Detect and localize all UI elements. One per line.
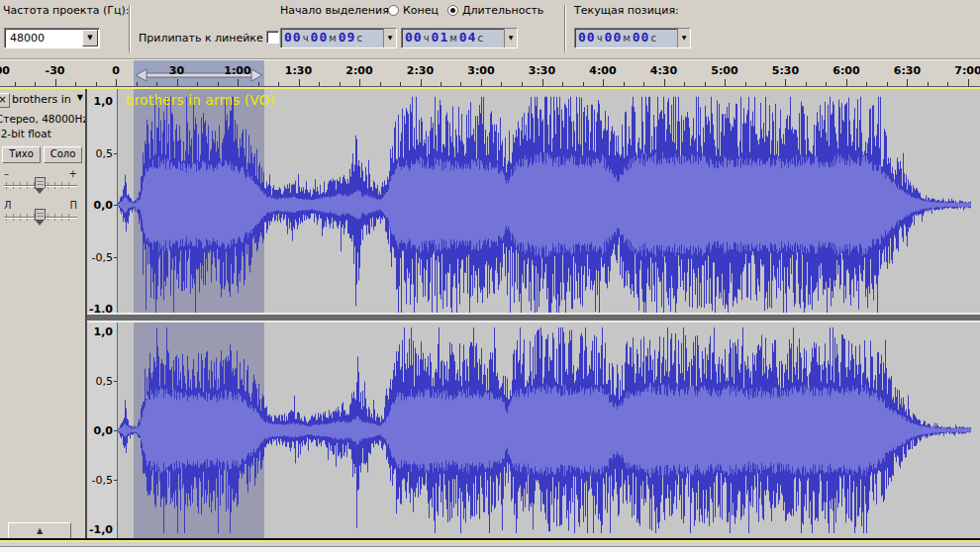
track-title-dropdown[interactable]: brothers in: [12, 93, 83, 108]
scale-tick: [114, 430, 117, 431]
snap-checkbox[interactable]: [266, 31, 279, 44]
clip-label: brothers in arms (VO): [126, 92, 275, 108]
ruler-tick: [907, 79, 908, 86]
project-rate-label: Частота проекта (Гц):: [3, 4, 130, 18]
waveform-canvas-left[interactable]: [118, 89, 980, 313]
hours-value: 00: [405, 30, 423, 45]
ruler-tick: [156, 82, 157, 86]
seconds-value: 00: [633, 30, 650, 45]
ruler-tick: [380, 82, 381, 86]
selection-length-timefield[interactable]: 00ч01м04с ▼: [401, 28, 518, 48]
ruler-label: 5:30: [772, 64, 799, 77]
ruler-label: 1:30: [285, 64, 312, 77]
pan-left-label: Л: [4, 200, 12, 211]
ruler-tick: [340, 82, 341, 86]
ruler-tick: [806, 82, 807, 86]
ruler-tick: [421, 79, 422, 86]
track-control-panel: × brothers in ▼ Стерео, 48000Hz 32-bit f…: [0, 89, 85, 538]
ruler-tick: [197, 82, 198, 86]
gain-slider[interactable]: – +: [2, 168, 79, 196]
ruler-tick: [319, 82, 320, 86]
chevron-down-icon[interactable]: ▼: [504, 29, 517, 47]
triangle-down-icon[interactable]: ▼: [77, 93, 83, 102]
ruler-tick: [887, 82, 888, 86]
ruler-tick: [116, 79, 117, 86]
scale-label: 0,5: [96, 146, 114, 159]
toolbar-separator: [564, 5, 566, 52]
ruler-tick: [765, 82, 766, 86]
ruler-tick: [785, 79, 786, 86]
mute-button[interactable]: Тихо: [2, 146, 41, 163]
pan-slider[interactable]: Л П: [2, 200, 79, 228]
ruler-tick: [15, 82, 16, 86]
vertical-scale-right[interactable]: 1,00,50,0-0,5-1,0: [87, 322, 118, 538]
channel-divider: [87, 313, 980, 322]
ruler-tick: [177, 79, 178, 86]
toolbar: Частота проекта (Гц): 48000 ▼ Прилипать …: [0, 0, 980, 59]
ruler-tick: [725, 79, 726, 86]
minutes-value: 00: [311, 30, 329, 45]
ruler-label: 3:00: [467, 64, 494, 77]
ruler-label: 6:30: [894, 64, 921, 77]
ruler-tick: [238, 79, 239, 86]
project-rate-combobox[interactable]: 48000 ▼: [4, 28, 100, 48]
project-rate-value: 48000: [10, 32, 45, 45]
ruler-tick: [258, 82, 259, 86]
ruler-tick: [96, 82, 97, 86]
radio-end-label: Конец: [403, 4, 439, 17]
pan-right-label: П: [69, 200, 77, 211]
track-close-button[interactable]: ×: [0, 93, 10, 108]
ruler-tick: [460, 82, 461, 86]
radio-selected-icon: [447, 5, 458, 16]
waveform-right-channel[interactable]: [118, 322, 980, 538]
ruler-label: 4:00: [589, 64, 616, 77]
seconds-value: 04: [459, 30, 477, 45]
ruler-label: 6:00: [833, 64, 859, 77]
radio-end[interactable]: Конец: [388, 4, 439, 18]
scale-tick: [114, 153, 117, 154]
chevron-down-icon[interactable]: ▼: [677, 29, 690, 47]
seconds-unit: с: [477, 33, 483, 44]
timeline-ruler[interactable]: -1:00-300301:001:302:002:303:003:304:004…: [0, 59, 980, 87]
hours-value: 00: [284, 30, 302, 45]
ruler-tick: [643, 82, 644, 86]
ruler-tick: [684, 82, 685, 86]
ruler-tick: [928, 82, 929, 86]
ruler-tick: [75, 82, 76, 86]
current-position-timefield[interactable]: 00ч00м00с ▼: [574, 28, 691, 48]
seconds-unit: с: [356, 33, 362, 44]
ruler-tick: [137, 82, 138, 86]
waveform-left-channel[interactable]: brothers in arms (VO): [118, 89, 980, 313]
gain-plus-label: +: [69, 168, 77, 179]
ruler-tick: [359, 79, 360, 86]
snap-to-ruler-label: Прилипать к линейке: [139, 32, 263, 46]
gain-slider-thumb[interactable]: [35, 177, 46, 188]
ruler-tick: [400, 82, 401, 86]
selection-start-label: Начало выделения:: [280, 4, 393, 18]
radio-icon: [388, 5, 399, 16]
chevron-down-icon[interactable]: ▼: [82, 30, 98, 46]
scale-tick: [114, 480, 117, 481]
ruler-label: 30: [169, 64, 184, 77]
ruler-tick: [55, 79, 56, 86]
radio-length[interactable]: Длительность: [447, 4, 543, 18]
radio-length-label: Длительность: [462, 4, 543, 17]
ruler-tick: [745, 82, 746, 86]
waveform-canvas-right[interactable]: [118, 322, 980, 538]
ruler-tick: [278, 82, 279, 86]
track-info-format: 32-bit float: [0, 128, 51, 139]
pan-slider-thumb[interactable]: [35, 209, 46, 220]
ruler-tick: [501, 82, 502, 86]
ruler-tick: [218, 82, 219, 86]
ruler-tick: [441, 82, 441, 86]
scale-tick: [114, 381, 117, 382]
selection-start-timefield[interactable]: 00ч00м09с ▼: [280, 28, 397, 48]
solo-button[interactable]: Соло: [44, 146, 82, 163]
ruler-tick: [968, 79, 969, 86]
scale-label: 0,5: [96, 375, 114, 388]
collapse-button[interactable]: ▲: [8, 522, 71, 538]
chevron-down-icon[interactable]: ▼: [383, 29, 396, 47]
vertical-scale-left[interactable]: 1,00,50,0-0,5-1,0: [87, 89, 118, 313]
ruler-tick: [705, 82, 706, 86]
ruler-label: 7:00: [954, 64, 980, 77]
